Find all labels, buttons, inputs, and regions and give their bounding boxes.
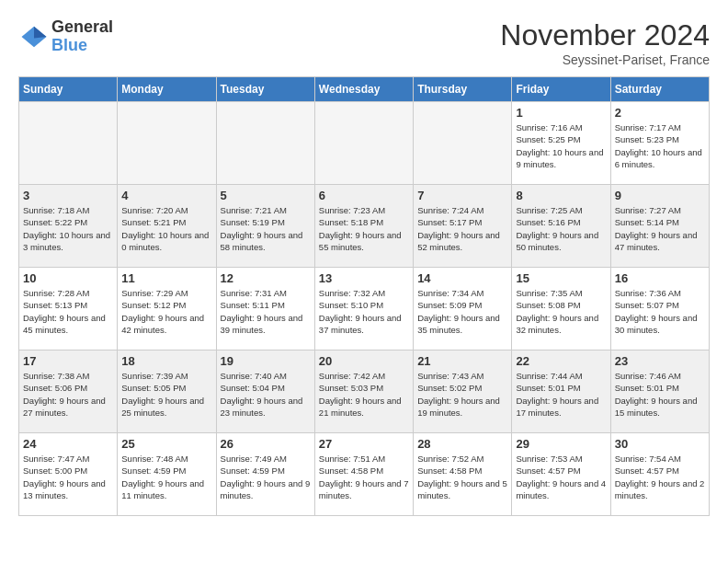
- day-info: Sunrise: 7:44 AM Sunset: 5:01 PM Dayligh…: [516, 370, 606, 419]
- calendar-week-row: 24Sunrise: 7:47 AM Sunset: 5:00 PM Dayli…: [19, 433, 710, 516]
- day-number: 21: [417, 354, 507, 368]
- calendar-week-row: 1Sunrise: 7:16 AM Sunset: 5:25 PM Daylig…: [19, 102, 710, 185]
- day-info: Sunrise: 7:54 AM Sunset: 4:57 PM Dayligh…: [615, 453, 705, 501]
- weekday-header: Friday: [512, 77, 610, 102]
- calendar-day-cell: 18Sunrise: 7:39 AM Sunset: 5:05 PM Dayli…: [118, 350, 216, 433]
- calendar-day-cell: 12Sunrise: 7:31 AM Sunset: 5:11 PM Dayli…: [216, 268, 314, 350]
- day-number: 23: [615, 354, 705, 368]
- calendar-day-cell: 26Sunrise: 7:49 AM Sunset: 4:59 PM Dayli…: [216, 433, 314, 516]
- calendar-day-cell: 29Sunrise: 7:53 AM Sunset: 4:57 PM Dayli…: [512, 433, 610, 516]
- calendar-day-cell: 25Sunrise: 7:48 AM Sunset: 4:59 PM Dayli…: [118, 433, 216, 516]
- calendar-day-cell: 9Sunrise: 7:27 AM Sunset: 5:14 PM Daylig…: [610, 185, 709, 268]
- day-info: Sunrise: 7:48 AM Sunset: 4:59 PM Dayligh…: [121, 453, 211, 501]
- logo-text-blue: Blue: [51, 36, 87, 54]
- calendar-day-cell: 13Sunrise: 7:32 AM Sunset: 5:10 PM Dayli…: [314, 268, 413, 350]
- logo: General Blue: [18, 18, 113, 55]
- calendar-day-cell: 28Sunrise: 7:52 AM Sunset: 4:58 PM Dayli…: [414, 433, 512, 516]
- day-number: 14: [417, 271, 507, 285]
- day-number: 13: [319, 271, 409, 285]
- day-info: Sunrise: 7:42 AM Sunset: 5:03 PM Dayligh…: [319, 370, 409, 419]
- calendar-day-cell: 21Sunrise: 7:43 AM Sunset: 5:02 PM Dayli…: [414, 350, 512, 433]
- day-info: Sunrise: 7:16 AM Sunset: 5:25 PM Dayligh…: [516, 121, 606, 170]
- day-number: 22: [516, 354, 606, 368]
- title-block: November 2024 Seyssinet-Pariset, France: [500, 18, 710, 67]
- day-number: 11: [121, 271, 211, 285]
- day-number: 29: [516, 437, 606, 451]
- calendar-day-cell: 27Sunrise: 7:51 AM Sunset: 4:58 PM Dayli…: [314, 433, 413, 516]
- calendar-day-cell: [19, 102, 118, 185]
- day-info: Sunrise: 7:21 AM Sunset: 5:19 PM Dayligh…: [221, 204, 311, 253]
- day-info: Sunrise: 7:46 AM Sunset: 5:01 PM Dayligh…: [615, 370, 705, 419]
- weekday-header: Saturday: [610, 77, 709, 102]
- calendar-day-cell: 1Sunrise: 7:16 AM Sunset: 5:25 PM Daylig…: [512, 102, 610, 185]
- calendar-day-cell: [414, 102, 512, 185]
- day-info: Sunrise: 7:52 AM Sunset: 4:58 PM Dayligh…: [417, 453, 507, 501]
- calendar-day-cell: 10Sunrise: 7:28 AM Sunset: 5:13 PM Dayli…: [19, 268, 118, 350]
- day-number: 28: [417, 437, 507, 451]
- day-number: 10: [23, 271, 113, 285]
- calendar-day-cell: 2Sunrise: 7:17 AM Sunset: 5:23 PM Daylig…: [610, 102, 709, 185]
- calendar-day-cell: 17Sunrise: 7:38 AM Sunset: 5:06 PM Dayli…: [19, 350, 118, 433]
- day-info: Sunrise: 7:43 AM Sunset: 5:02 PM Dayligh…: [417, 370, 507, 419]
- calendar-day-cell: 5Sunrise: 7:21 AM Sunset: 5:19 PM Daylig…: [216, 185, 314, 268]
- day-info: Sunrise: 7:27 AM Sunset: 5:14 PM Dayligh…: [615, 204, 705, 253]
- weekday-header: Tuesday: [216, 77, 314, 102]
- calendar-day-cell: 30Sunrise: 7:54 AM Sunset: 4:57 PM Dayli…: [610, 433, 709, 516]
- day-number: 20: [319, 354, 409, 368]
- day-info: Sunrise: 7:47 AM Sunset: 5:00 PM Dayligh…: [23, 453, 113, 501]
- weekday-header: Thursday: [414, 77, 512, 102]
- day-number: 6: [319, 189, 409, 202]
- calendar-day-cell: 6Sunrise: 7:23 AM Sunset: 5:18 PM Daylig…: [314, 185, 413, 268]
- logo-text-general: General: [51, 17, 113, 36]
- day-number: 7: [417, 189, 507, 202]
- day-number: 3: [23, 189, 113, 202]
- day-number: 8: [516, 189, 606, 202]
- calendar-day-cell: 11Sunrise: 7:29 AM Sunset: 5:12 PM Dayli…: [118, 268, 216, 350]
- calendar-day-cell: [118, 102, 216, 185]
- calendar-day-cell: 7Sunrise: 7:24 AM Sunset: 5:17 PM Daylig…: [414, 185, 512, 268]
- day-info: Sunrise: 7:31 AM Sunset: 5:11 PM Dayligh…: [221, 287, 311, 336]
- calendar-day-cell: 4Sunrise: 7:20 AM Sunset: 5:21 PM Daylig…: [118, 185, 216, 268]
- day-info: Sunrise: 7:17 AM Sunset: 5:23 PM Dayligh…: [615, 121, 705, 170]
- weekday-header-row: SundayMondayTuesdayWednesdayThursdayFrid…: [19, 77, 710, 102]
- day-number: 5: [221, 189, 311, 202]
- day-info: Sunrise: 7:25 AM Sunset: 5:16 PM Dayligh…: [516, 204, 606, 253]
- day-info: Sunrise: 7:24 AM Sunset: 5:17 PM Dayligh…: [417, 204, 507, 253]
- day-info: Sunrise: 7:39 AM Sunset: 5:05 PM Dayligh…: [121, 370, 211, 419]
- day-info: Sunrise: 7:35 AM Sunset: 5:08 PM Dayligh…: [516, 287, 606, 336]
- day-number: 27: [319, 437, 409, 451]
- day-info: Sunrise: 7:51 AM Sunset: 4:58 PM Dayligh…: [319, 453, 409, 501]
- calendar-day-cell: 24Sunrise: 7:47 AM Sunset: 5:00 PM Dayli…: [19, 433, 118, 516]
- calendar-day-cell: 19Sunrise: 7:40 AM Sunset: 5:04 PM Dayli…: [216, 350, 314, 433]
- day-number: 16: [615, 271, 705, 285]
- day-info: Sunrise: 7:36 AM Sunset: 5:07 PM Dayligh…: [615, 287, 705, 336]
- day-number: 19: [221, 354, 311, 368]
- calendar-week-row: 17Sunrise: 7:38 AM Sunset: 5:06 PM Dayli…: [19, 350, 710, 433]
- calendar-table: SundayMondayTuesdayWednesdayThursdayFrid…: [18, 76, 710, 516]
- day-number: 17: [23, 354, 113, 368]
- day-number: 1: [516, 106, 606, 120]
- day-info: Sunrise: 7:38 AM Sunset: 5:06 PM Dayligh…: [23, 370, 113, 419]
- day-info: Sunrise: 7:23 AM Sunset: 5:18 PM Dayligh…: [319, 204, 409, 253]
- logo-icon: [20, 23, 48, 51]
- day-info: Sunrise: 7:20 AM Sunset: 5:21 PM Dayligh…: [121, 204, 211, 253]
- calendar-day-cell: 23Sunrise: 7:46 AM Sunset: 5:01 PM Dayli…: [610, 350, 709, 433]
- day-number: 9: [615, 189, 705, 202]
- day-number: 4: [121, 189, 211, 202]
- calendar-day-cell: 20Sunrise: 7:42 AM Sunset: 5:03 PM Dayli…: [314, 350, 413, 433]
- calendar-day-cell: 14Sunrise: 7:34 AM Sunset: 5:09 PM Dayli…: [414, 268, 512, 350]
- day-info: Sunrise: 7:32 AM Sunset: 5:10 PM Dayligh…: [319, 287, 409, 336]
- weekday-header: Monday: [118, 77, 216, 102]
- day-number: 2: [615, 106, 705, 120]
- day-info: Sunrise: 7:18 AM Sunset: 5:22 PM Dayligh…: [23, 204, 113, 253]
- day-info: Sunrise: 7:34 AM Sunset: 5:09 PM Dayligh…: [417, 287, 507, 336]
- calendar-day-cell: [314, 102, 413, 185]
- day-info: Sunrise: 7:29 AM Sunset: 5:12 PM Dayligh…: [121, 287, 211, 336]
- day-info: Sunrise: 7:28 AM Sunset: 5:13 PM Dayligh…: [23, 287, 113, 336]
- svg-marker-1: [34, 27, 47, 39]
- day-number: 26: [221, 437, 311, 451]
- calendar-day-cell: 15Sunrise: 7:35 AM Sunset: 5:08 PM Dayli…: [512, 268, 610, 350]
- calendar-day-cell: 16Sunrise: 7:36 AM Sunset: 5:07 PM Dayli…: [610, 268, 709, 350]
- location: Seyssinet-Pariset, France: [500, 52, 710, 67]
- weekday-header: Wednesday: [314, 77, 413, 102]
